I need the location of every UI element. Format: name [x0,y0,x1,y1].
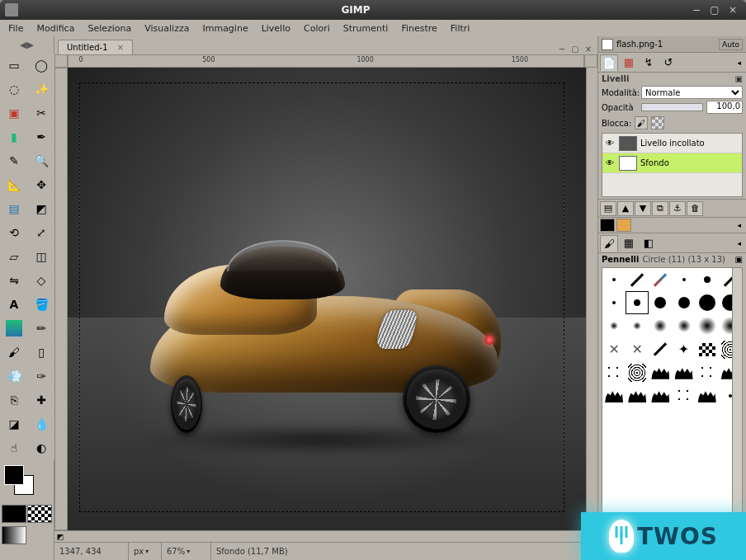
brushes-tab-icon[interactable]: 🖌 [600,235,618,252]
tool-rotate[interactable]: ⟲ [1,221,27,244]
menu-file[interactable]: File [3,21,28,35]
tool-scale[interactable]: ⤢ [28,221,54,244]
raise-layer-button[interactable]: ▲ [617,201,634,216]
middle-dock-menu-icon[interactable]: ◂ [734,221,744,229]
layer-row[interactable]: 👁 Livello incollato [602,134,742,153]
tool-cage[interactable]: ◇ [28,269,54,292]
tool-free-select[interactable]: ◌ [1,78,27,101]
tool-zoom[interactable]: 🔍 [28,149,54,172]
unit-selector[interactable]: px▾ [129,543,162,560]
tool-eraser[interactable]: ▯ [28,341,54,364]
brush-item[interactable] [602,361,626,384]
channels-tab-icon[interactable]: ▦ [620,54,638,71]
menu-layer[interactable]: Livello [257,21,295,35]
tool-paths[interactable]: ✒ [28,125,54,148]
menu-image[interactable]: Immagine [197,21,253,35]
tool-ellipse-select[interactable]: ◯ [28,54,54,77]
tool-paintbrush[interactable]: 🖌 [1,341,27,364]
tool-crop[interactable]: ◩ [28,197,54,220]
brush-item[interactable] [649,314,672,337]
tool-smudge[interactable]: ☝ [1,436,27,459]
opacity-value[interactable]: 100,0 [706,101,743,114]
tool-foreground[interactable]: ▮ [1,125,27,148]
brush-item[interactable] [626,268,649,291]
close-button[interactable]: × [725,3,741,16]
tool-text[interactable]: A [1,293,27,316]
document-tab[interactable]: Untitled-1 × [58,40,133,54]
active-brush-preview[interactable] [2,505,26,523]
brush-item[interactable] [696,361,719,384]
scrollbar-vertical[interactable] [586,68,597,530]
tool-shear[interactable]: ▱ [1,245,27,268]
opacity-slider[interactable] [641,103,703,111]
brush-item[interactable] [649,338,672,361]
bg-swatch-tab[interactable] [616,219,631,232]
fg-color-swatch[interactable] [4,465,24,485]
brush-scrollbar[interactable] [732,268,742,522]
brush-item[interactable] [672,338,695,361]
ruler-vertical[interactable] [54,68,68,530]
brush-item[interactable] [649,291,672,314]
tool-scissors[interactable]: ✂ [28,101,54,125]
new-layer-button[interactable]: ▤ [600,201,616,216]
brush-item[interactable] [696,291,719,314]
image-selector[interactable]: flash.png-1 Auto [598,36,746,53]
doc-minimize-icon[interactable]: − [556,43,568,54]
brushes-dock-menu-icon[interactable]: ◂ [734,239,744,247]
tool-blend[interactable]: ▮ [1,317,27,340]
brush-item[interactable] [626,384,649,407]
brush-item[interactable] [649,361,672,384]
undo-tab-icon[interactable]: ↺ [659,54,678,71]
tool-ink[interactable]: ✑ [28,365,54,388]
layer-mode-select[interactable]: Normale [641,86,743,99]
toolbox-handle-icon[interactable]: ◀▶ [0,36,54,53]
brush-item[interactable] [672,268,695,291]
tool-measure[interactable]: 📐 [1,173,27,196]
scrollbar-horizontal[interactable] [66,531,586,542]
ruler-origin[interactable] [54,54,68,68]
tool-perspective-clone[interactable]: ◪ [1,412,27,435]
brush-item[interactable] [626,338,649,361]
tool-blur[interactable]: 💧 [28,412,54,435]
menu-colors[interactable]: Colori [299,21,335,35]
brush-item[interactable] [602,268,626,291]
zoom-selector[interactable]: 67%▾ [162,543,211,560]
maximize-button[interactable]: ▢ [706,3,723,16]
paths-tab-icon[interactable]: ↯ [640,54,658,71]
tool-pencil[interactable]: ✏ [28,317,54,340]
tool-color-picker[interactable]: ✎ [1,149,27,172]
color-swatches[interactable] [2,465,51,498]
lock-pixels-toggle[interactable]: 🖌 [635,116,648,129]
brush-item[interactable] [672,384,695,407]
brush-item[interactable] [626,361,649,384]
lower-layer-button[interactable]: ▼ [635,201,651,216]
brush-item[interactable] [602,384,626,407]
minimize-button[interactable]: − [688,3,705,16]
tool-move[interactable]: ✥ [28,173,54,196]
delete-layer-button[interactable]: 🗑 [687,201,703,216]
duplicate-layer-button[interactable]: ⧉ [652,201,668,216]
brushes-panel-menu-icon[interactable]: ▣ [735,255,743,264]
menu-select[interactable]: Seleziona [83,21,136,35]
tool-clone[interactable]: ⎘ [1,388,27,412]
canvas[interactable] [68,68,586,530]
brush-item[interactable] [649,268,672,291]
gradients-tab-icon[interactable]: ◧ [640,235,658,252]
menu-windows[interactable]: Finestre [396,21,441,35]
brush-item[interactable] [672,361,695,384]
brush-item[interactable] [696,314,719,337]
layers-panel-menu-icon[interactable]: ▣ [735,74,743,83]
tool-align[interactable]: ▤ [1,197,27,220]
doc-maximize-icon[interactable]: ▢ [569,43,581,54]
brush-item[interactable] [602,291,626,314]
brush-item[interactable] [696,268,719,291]
tool-dodge[interactable]: ◐ [28,436,54,459]
fg-swatch-tab[interactable] [600,219,615,232]
anchor-layer-button[interactable]: ⚓ [669,201,686,216]
lock-alpha-toggle[interactable] [651,116,664,129]
quick-mask-icon[interactable]: ◩ [54,531,66,543]
layer-row[interactable]: 👁 Sfondo [602,153,742,173]
brush-item[interactable] [696,338,719,361]
visibility-icon[interactable]: 👁 [604,158,616,167]
visibility-icon[interactable]: 👁 [604,139,616,148]
